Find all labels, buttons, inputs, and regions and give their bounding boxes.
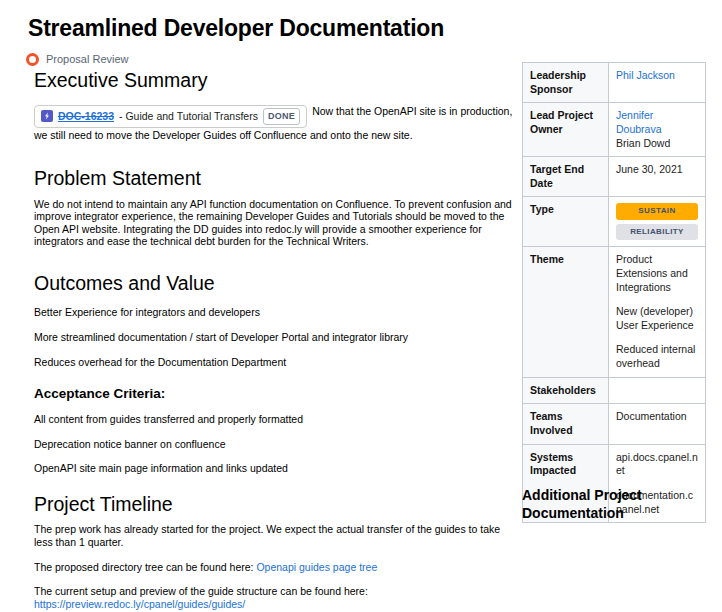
main-content: Streamlined Developer Documentation Prop…: [28, 0, 514, 610]
timeline-text: The prep work has already started for th…: [34, 523, 514, 548]
jira-issue-summary: - Guide and Tutorial Transfers: [119, 109, 258, 124]
type-badges: SUSTAIN RELIABILITY: [616, 203, 698, 240]
row-value-text: Brian Dowd: [616, 137, 698, 151]
row-label-type: Type: [523, 197, 609, 247]
theme-item: New (developer) User Experience: [616, 305, 698, 332]
table-row: Teams Involved Documentation: [523, 404, 706, 444]
outcome-item: More streamlined documentation / start o…: [34, 331, 514, 344]
row-label-leadership-sponsor: Leadership Sponsor: [523, 63, 609, 103]
directory-tree-prefix: The proposed directory tree can be found…: [34, 561, 256, 573]
redoc-preview-link[interactable]: https://preview.redoc.ly/cpanel/guides/g…: [34, 598, 245, 610]
table-row: Target End Date June 30, 2021: [523, 157, 706, 197]
openapi-guides-page-tree-link[interactable]: Openapi guides page tree: [256, 561, 377, 573]
table-row: Type SUSTAIN RELIABILITY: [523, 197, 706, 247]
executive-summary-paragraph: DOC-16233- Guide and Tutorial TransfersD…: [34, 104, 514, 143]
jira-issue-macro: DOC-16233- Guide and Tutorial TransfersD…: [34, 105, 307, 128]
heading-acceptance-criteria: Acceptance Criteria:: [34, 386, 514, 401]
jira-issue-key-link[interactable]: DOC-16233: [58, 109, 114, 124]
table-row: Leadership Sponsor Phil Jackson: [523, 63, 706, 103]
jira-status-done-lozenge: DONE: [263, 108, 300, 125]
user-link[interactable]: Phil Jackson: [616, 69, 698, 83]
row-value-empty: [609, 377, 706, 404]
table-row: Stakeholders: [523, 377, 706, 404]
acceptance-item: All content from guides transferred and …: [34, 413, 514, 426]
reliability-badge: RELIABILITY: [616, 224, 698, 240]
theme-item: Reduced internal overhead: [616, 343, 698, 370]
status-label: Proposal Review: [46, 53, 129, 65]
table-row: Lead Project Owner Jennifer DoubravaBria…: [523, 103, 706, 157]
status-ring-icon: [26, 53, 39, 66]
table-row: Theme Product Extensions and Integration…: [523, 247, 706, 377]
row-value: Documentation: [609, 404, 706, 444]
sustain-badge: SUSTAIN: [616, 203, 698, 219]
lightning-bolt-icon: [43, 112, 51, 120]
preview-prefix: The current setup and preview of the gui…: [34, 585, 368, 597]
page-status-lozenge[interactable]: Proposal Review: [26, 52, 514, 66]
preview-line: The current setup and preview of the gui…: [34, 585, 514, 610]
theme-item: Product Extensions and Integrations: [616, 253, 698, 294]
row-value: Phil Jackson: [609, 63, 706, 103]
page-title: Streamlined Developer Documentation: [28, 15, 514, 42]
jira-task-icon: [41, 110, 53, 122]
outcome-item: Reduces overhead for the Documentation D…: [34, 356, 514, 369]
row-value: June 30, 2021: [609, 157, 706, 197]
row-label-theme: Theme: [523, 247, 609, 377]
row-label-stakeholders: Stakeholders: [523, 377, 609, 404]
heading-outcomes-and-value: Outcomes and Value: [34, 272, 514, 294]
heading-additional-project-documentation: Additional Project Documentation: [522, 487, 687, 522]
system-item: api.docs.cpanel.net: [616, 451, 698, 478]
heading-problem-statement: Problem Statement: [34, 167, 514, 189]
row-value: Jennifer DoubravaBrian Dowd: [609, 103, 706, 157]
row-label-teams-involved: Teams Involved: [523, 404, 609, 444]
heading-project-timeline: Project Timeline: [34, 493, 514, 515]
row-value: Product Extensions and Integrations New …: [609, 247, 706, 377]
row-label-lead-project-owner: Lead Project Owner: [523, 103, 609, 157]
row-label-target-end-date: Target End Date: [523, 157, 609, 197]
outcome-item: Better Experience for integrators and de…: [34, 306, 514, 319]
user-link[interactable]: Jennifer Doubrava: [616, 109, 698, 136]
heading-executive-summary: Executive Summary: [34, 69, 514, 91]
acceptance-item: OpenAPI site main page information and l…: [34, 462, 514, 475]
directory-tree-line: The proposed directory tree can be found…: [34, 561, 514, 574]
problem-statement-text: We do not intend to maintain any API fun…: [34, 198, 514, 248]
project-properties-table: Leadership Sponsor Phil Jackson Lead Pro…: [522, 62, 706, 523]
row-value: SUSTAIN RELIABILITY: [609, 197, 706, 247]
acceptance-item: Deprecation notice banner on confluence: [34, 438, 514, 451]
